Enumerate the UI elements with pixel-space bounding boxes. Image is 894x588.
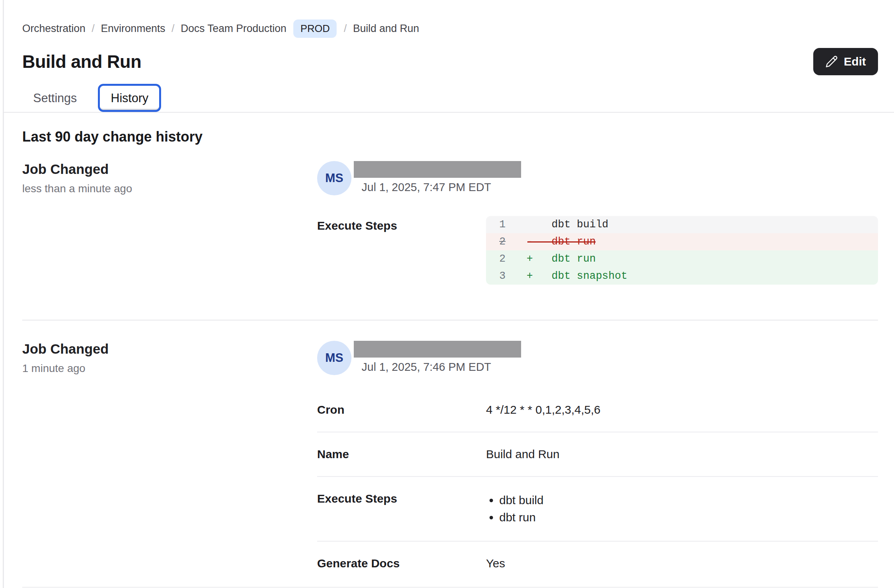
diff-line-added: 2 +dbt run	[486, 250, 878, 267]
author-row: MS Jul 1, 2025, 7:47 PM EDT	[317, 161, 878, 195]
list-item: dbt run	[499, 509, 878, 526]
entry-details: MS Jul 1, 2025, 7:46 PM EDT Cron 4 */12 …	[317, 341, 878, 585]
author-row: MS Jul 1, 2025, 7:46 PM EDT	[317, 341, 878, 375]
author-meta: Jul 1, 2025, 7:47 PM EDT	[354, 161, 521, 194]
field-row-execute-steps: Execute Steps dbt build dbt run	[317, 477, 878, 542]
diff-text: dbt run	[552, 253, 596, 265]
diff-line-number: 3	[499, 270, 527, 282]
entry-summary: Job Changed 1 minute ago	[22, 341, 317, 585]
breadcrumb-item-orchestration[interactable]: Orchestration	[22, 22, 85, 35]
diff-line-number: 2	[499, 253, 527, 265]
page-title: Build and Run	[22, 51, 141, 73]
change-timestamp: Jul 1, 2025, 7:46 PM EDT	[362, 360, 521, 374]
entry-details: MS Jul 1, 2025, 7:47 PM EDT Execute Step…	[317, 161, 878, 285]
field-label: Execute Steps	[317, 492, 486, 526]
changed-fields: Cron 4 */12 * * 0,1,2,3,4,5,6 Name Build…	[317, 388, 878, 585]
field-label: Name	[317, 447, 486, 461]
author-meta: Jul 1, 2025, 7:46 PM EDT	[354, 341, 521, 374]
field-label-execute-steps: Execute Steps	[317, 219, 486, 285]
edit-button[interactable]: Edit	[813, 48, 878, 75]
pencil-icon	[825, 55, 838, 68]
breadcrumb: Orchestration / Environments / Docs Team…	[22, 19, 878, 38]
execute-steps-list: dbt build dbt run	[486, 492, 878, 526]
diff-sign: -	[527, 236, 552, 248]
diff-text: dbt snapshot	[552, 270, 627, 282]
diff-line-context: 1 dbt build	[486, 216, 878, 233]
section-heading: Last 90 day change history	[22, 128, 878, 145]
event-relative-time: 1 minute ago	[22, 362, 317, 375]
diff-line-added: 3 +dbt snapshot	[486, 267, 878, 285]
field-value: 4 */12 * * 0,1,2,3,4,5,6	[486, 403, 878, 417]
breadcrumb-item-environments[interactable]: Environments	[101, 22, 165, 35]
diff-sign: +	[527, 253, 552, 265]
event-relative-time: less than a minute ago	[22, 182, 317, 195]
change-timestamp: Jul 1, 2025, 7:47 PM EDT	[362, 180, 521, 194]
avatar: MS	[317, 341, 351, 375]
redacted-name-bar	[354, 341, 521, 358]
edit-button-label: Edit	[844, 55, 866, 68]
tab-history[interactable]: History	[98, 84, 161, 112]
tab-bar: Settings History	[22, 84, 878, 112]
history-entry: Job Changed less than a minute ago MS Ju…	[22, 161, 878, 285]
tab-settings[interactable]: Settings	[22, 84, 88, 112]
field-value: Build and Run	[486, 447, 878, 461]
history-entry: Job Changed 1 minute ago MS Jul 1, 2025,…	[22, 341, 878, 585]
entry-divider	[22, 320, 878, 321]
page-header: Build and Run Edit	[22, 48, 878, 75]
avatar: MS	[317, 161, 351, 195]
breadcrumb-item-environment[interactable]: Docs Team Production	[181, 22, 286, 35]
bottom-divider	[22, 587, 878, 588]
environment-badge: PROD	[293, 19, 337, 38]
breadcrumb-separator: /	[92, 22, 95, 35]
list-item: dbt build	[499, 492, 878, 509]
field-label: Cron	[317, 403, 486, 417]
field-row-name: Name Build and Run	[317, 432, 878, 477]
job-history-page: Orchestration / Environments / Docs Team…	[0, 0, 894, 588]
event-title: Job Changed	[22, 161, 317, 177]
change-row: Execute Steps 1 dbt build 2 -dbt run 2 +…	[317, 219, 878, 285]
breadcrumb-separator: /	[344, 22, 347, 35]
event-title: Job Changed	[22, 341, 317, 357]
field-label: Generate Docs	[317, 556, 486, 570]
diff-text: dbt build	[552, 219, 608, 230]
diff-sign: +	[527, 270, 552, 282]
field-row-cron: Cron 4 */12 * * 0,1,2,3,4,5,6	[317, 388, 878, 432]
entry-summary: Job Changed less than a minute ago	[22, 161, 317, 285]
breadcrumb-item-current: Build and Run	[353, 22, 419, 35]
tabs-divider	[3, 112, 894, 113]
execute-steps-diff: 1 dbt build 2 -dbt run 2 +dbt run 3 +dbt…	[486, 216, 878, 285]
field-value: Yes	[486, 556, 878, 570]
diff-line-number: 2	[499, 236, 527, 248]
field-row-generate-docs: Generate Docs Yes	[317, 542, 878, 585]
diff-line-number: 1	[499, 219, 527, 230]
breadcrumb-separator: /	[172, 22, 175, 35]
diff-line-removed: 2 -dbt run	[486, 233, 878, 250]
diff-text: dbt run	[552, 236, 596, 248]
redacted-name-bar	[354, 161, 521, 178]
